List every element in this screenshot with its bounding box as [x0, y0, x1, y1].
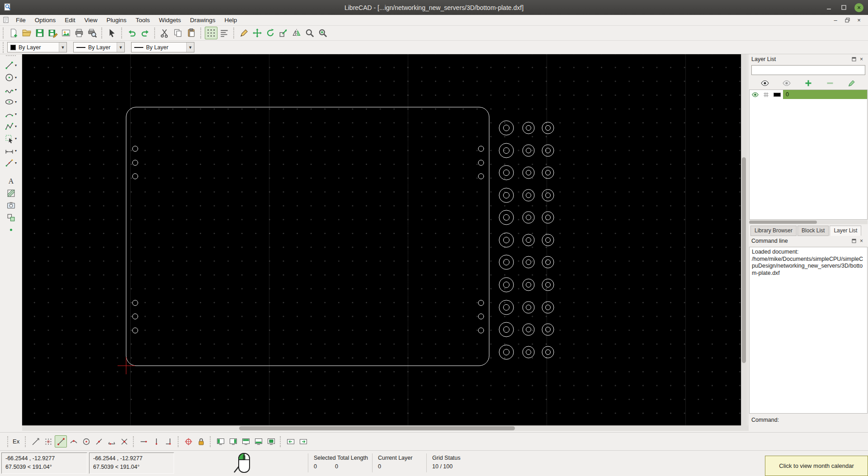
new-file-button[interactable]: [7, 27, 20, 39]
hide-all-layers-button[interactable]: [781, 78, 792, 89]
dimension-tool-button[interactable]: ▼: [1, 145, 21, 157]
copy-button[interactable]: [172, 27, 184, 39]
restrict-orthogonal-button[interactable]: [163, 435, 175, 448]
export-image-button[interactable]: [60, 27, 72, 39]
layer-color-swatch[interactable]: [774, 93, 781, 97]
minimize-button[interactable]: [825, 4, 833, 12]
snap-distance-button[interactable]: [105, 435, 118, 448]
undo-button[interactable]: [126, 27, 138, 39]
lock-relative-zero-button[interactable]: [195, 435, 207, 448]
snap-middle-button[interactable]: [93, 435, 105, 448]
show-all-layers-button[interactable]: [760, 78, 770, 89]
mdi-minimize-button[interactable]: –: [832, 17, 839, 24]
snap-center-button[interactable]: [80, 435, 92, 448]
modify-tool-button[interactable]: ▼: [1, 157, 21, 169]
float-dock-icon[interactable]: [850, 56, 858, 63]
menu-view[interactable]: View: [80, 15, 102, 25]
move-button[interactable]: [251, 27, 264, 39]
spline-tool-button[interactable]: ▼: [1, 84, 21, 96]
menu-widgets[interactable]: Widgets: [154, 15, 185, 25]
restrict-vertical-button[interactable]: [150, 435, 162, 448]
menu-plugins[interactable]: Plugins: [102, 15, 131, 25]
horizontal-scrollbar-thumb[interactable]: [239, 426, 515, 430]
restrict-horizontal-button[interactable]: [137, 435, 150, 448]
linetype-combo[interactable]: By Layer ▼: [131, 42, 194, 52]
layer-construction-icon[interactable]: [760, 91, 771, 98]
layer-name[interactable]: 0: [783, 90, 867, 99]
tab-layer-list[interactable]: Layer List: [830, 226, 861, 236]
print-preview-button[interactable]: [86, 27, 99, 39]
float-dock-icon[interactable]: [850, 237, 858, 245]
save-button[interactable]: [33, 27, 46, 39]
snap-grid-button[interactable]: [42, 435, 54, 448]
menu-edit[interactable]: Edit: [60, 15, 80, 25]
mdi-close-button[interactable]: ×: [855, 17, 863, 24]
text-tool-button[interactable]: A: [1, 175, 21, 187]
select-tool-button[interactable]: ▼: [1, 132, 21, 145]
select-arrow-button[interactable]: [106, 27, 118, 39]
circle-tool-button[interactable]: ▼: [1, 71, 21, 84]
redo-button[interactable]: [139, 27, 151, 39]
command-widget-toggle[interactable]: Ex: [13, 438, 19, 445]
arc-tool-button[interactable]: ▼: [1, 108, 21, 120]
layer-list-scrollbar-thumb[interactable]: [749, 221, 817, 224]
layer-list-scrollbar[interactable]: [749, 220, 868, 224]
open-file-button[interactable]: [20, 27, 33, 39]
menu-options[interactable]: Options: [30, 15, 61, 25]
block-tool-button[interactable]: [1, 212, 21, 224]
hatch-tool-button[interactable]: [1, 187, 21, 199]
menu-file[interactable]: File: [11, 15, 30, 25]
remove-layer-button[interactable]: [825, 78, 835, 89]
dock-right-button[interactable]: [227, 435, 239, 448]
polyline-tool-button[interactable]: ▼: [1, 120, 21, 132]
tab-library-browser[interactable]: Library Browser: [750, 226, 797, 236]
layer-row[interactable]: 0: [750, 90, 867, 99]
command-input[interactable]: [782, 417, 865, 423]
tab-block-list[interactable]: Block List: [797, 226, 829, 236]
drawing-canvas[interactable]: [22, 54, 741, 425]
draft-mode-button[interactable]: [218, 27, 231, 39]
toolbar-next-button[interactable]: [297, 435, 309, 448]
dock-bottom-button[interactable]: [252, 435, 264, 448]
menu-drawings[interactable]: Drawings: [185, 15, 220, 25]
dock-left-button[interactable]: [214, 435, 226, 448]
snap-endpoint-button[interactable]: [55, 435, 67, 448]
mdi-restore-button[interactable]: [844, 17, 851, 24]
command-history[interactable]: Loaded document: /home/mike/Documents/si…: [749, 247, 868, 414]
zoom-auto-button[interactable]: [316, 27, 329, 39]
layer-filter-input[interactable]: [751, 65, 865, 75]
add-layer-button[interactable]: [803, 78, 814, 89]
print-button[interactable]: [73, 27, 85, 39]
toolbar-prev-button[interactable]: [284, 435, 297, 448]
line-tool-button[interactable]: ▼: [1, 59, 21, 71]
image-tool-button[interactable]: [1, 199, 21, 212]
save-as-button[interactable]: [47, 27, 59, 39]
dock-floating-button[interactable]: [265, 435, 277, 448]
set-relative-zero-button[interactable]: [182, 435, 194, 448]
cut-button[interactable]: [159, 27, 171, 39]
grid-toggle-button[interactable]: [205, 27, 217, 39]
rotate-button[interactable]: [264, 27, 277, 39]
close-button[interactable]: ×: [854, 3, 863, 12]
point-tool-button[interactable]: [1, 224, 21, 236]
close-dock-icon[interactable]: ×: [858, 56, 865, 63]
close-dock-icon[interactable]: ×: [858, 237, 865, 245]
paste-button[interactable]: [185, 27, 198, 39]
snap-intersection-button[interactable]: [118, 435, 130, 448]
menu-help[interactable]: Help: [220, 15, 241, 25]
vertical-scrollbar-thumb[interactable]: [742, 157, 746, 363]
menu-tools[interactable]: Tools: [131, 15, 155, 25]
ellipse-tool-button[interactable]: ▼: [1, 96, 21, 108]
dock-top-button[interactable]: [240, 435, 252, 448]
layer-visibility-icon[interactable]: [750, 91, 760, 99]
scale-button[interactable]: [277, 27, 290, 39]
color-combo[interactable]: By Layer ▼: [7, 42, 67, 52]
horizontal-scrollbar[interactable]: [22, 425, 741, 431]
maximize-button[interactable]: [840, 4, 848, 12]
modify-layer-button[interactable]: [846, 78, 857, 89]
vertical-scrollbar[interactable]: [741, 54, 746, 425]
edit-entity-button[interactable]: [238, 27, 250, 39]
zoom-button[interactable]: [303, 27, 316, 39]
snap-entity-button[interactable]: [67, 435, 80, 448]
width-combo[interactable]: By Layer ▼: [73, 42, 125, 52]
